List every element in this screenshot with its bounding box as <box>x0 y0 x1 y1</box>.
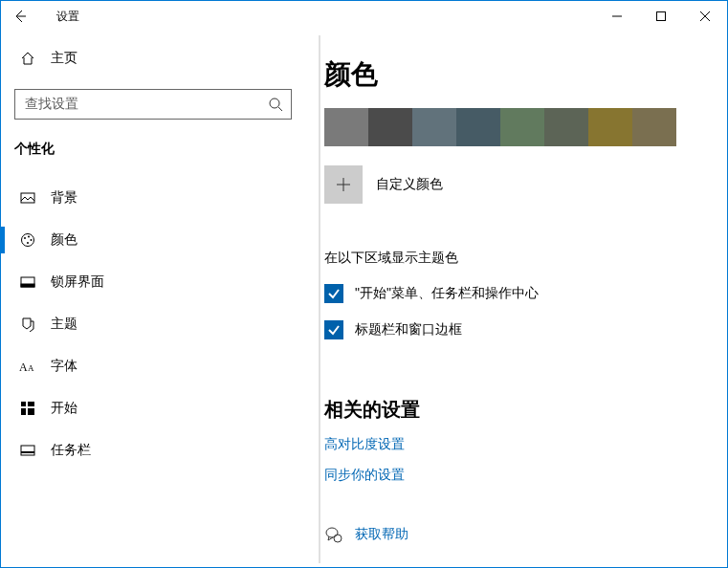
help-icon <box>324 526 343 543</box>
checkbox-icon <box>324 320 343 339</box>
home-icon <box>18 51 37 66</box>
sidebar-home[interactable]: 主页 <box>1 39 305 77</box>
sidebar-item-themes[interactable]: 主题 <box>1 303 305 345</box>
vertical-divider <box>319 35 320 563</box>
back-arrow-icon <box>12 9 28 24</box>
svg-rect-12 <box>21 402 26 406</box>
sidebar: 主页 查找设置 个性化 背景 <box>1 32 305 567</box>
sidebar-item-label: 开始 <box>37 400 77 417</box>
related-settings-title: 相关的设置 <box>324 397 698 423</box>
sidebar-item-label: 颜色 <box>37 231 77 249</box>
color-swatch[interactable] <box>412 108 456 146</box>
sidebar-item-label: 主题 <box>37 316 77 333</box>
svg-text:A: A <box>28 363 34 373</box>
titlebar: 设置 <box>1 1 727 32</box>
sidebar-item-label: 锁屏界面 <box>37 273 104 291</box>
font-icon: A A <box>18 360 37 373</box>
search-input[interactable]: 查找设置 <box>14 89 292 120</box>
color-swatch[interactable] <box>456 108 500 146</box>
search-icon <box>268 97 283 112</box>
search-placeholder: 查找设置 <box>25 96 268 113</box>
back-button[interactable] <box>1 1 39 32</box>
color-swatch[interactable] <box>544 108 588 146</box>
accent-section-label: 在以下区域显示主题色 <box>324 250 698 267</box>
sidebar-item-background[interactable]: 背景 <box>1 177 305 219</box>
svg-point-19 <box>334 535 342 542</box>
svg-point-1 <box>270 98 279 108</box>
sidebar-item-start[interactable]: 开始 <box>1 387 305 429</box>
svg-rect-15 <box>28 408 34 415</box>
sidebar-item-label: 字体 <box>37 358 77 375</box>
svg-point-5 <box>28 236 30 238</box>
sidebar-item-lockscreen[interactable]: 锁屏界面 <box>1 261 305 303</box>
maximize-button[interactable] <box>639 1 683 32</box>
checkbox-label: "开始"菜单、任务栏和操作中心 <box>355 285 539 302</box>
plus-icon <box>336 177 351 192</box>
sidebar-item-fonts[interactable]: A A 字体 <box>1 345 305 387</box>
svg-point-18 <box>326 528 338 537</box>
color-swatch[interactable] <box>632 108 676 146</box>
close-icon <box>700 11 710 21</box>
theme-icon <box>18 317 37 332</box>
sidebar-item-label: 背景 <box>37 189 77 207</box>
taskbar-icon <box>18 443 37 458</box>
get-help-row[interactable]: 获取帮助 <box>324 526 698 543</box>
checkbox-label: 标题栏和窗口边框 <box>355 321 462 339</box>
start-icon <box>18 401 37 416</box>
svg-rect-0 <box>657 12 666 21</box>
color-swatch[interactable] <box>588 108 632 146</box>
page-title: 颜色 <box>324 56 698 93</box>
color-swatch[interactable] <box>368 108 412 146</box>
svg-rect-16 <box>21 446 34 455</box>
svg-point-3 <box>22 234 34 247</box>
add-custom-color-button[interactable] <box>324 165 363 204</box>
close-button[interactable] <box>683 1 727 32</box>
sidebar-item-colors[interactable]: 颜色 <box>1 219 305 261</box>
color-swatch[interactable] <box>500 108 544 146</box>
svg-rect-13 <box>28 402 34 406</box>
window-controls <box>595 1 727 32</box>
maximize-icon <box>656 11 666 21</box>
svg-rect-9 <box>21 284 34 287</box>
sidebar-item-taskbar[interactable]: 任务栏 <box>1 429 305 471</box>
get-help-label: 获取帮助 <box>355 526 408 543</box>
svg-rect-14 <box>21 408 26 415</box>
minimize-button[interactable] <box>595 1 639 32</box>
svg-text:A: A <box>19 360 28 373</box>
custom-color-row[interactable]: 自定义颜色 <box>324 165 698 204</box>
picture-icon <box>18 190 37 206</box>
palette-icon <box>18 232 37 248</box>
svg-point-6 <box>31 239 33 241</box>
checkbox-title-borders[interactable]: 标题栏和窗口边框 <box>324 320 698 339</box>
link-sync-settings[interactable]: 同步你的设置 <box>324 467 698 484</box>
sidebar-item-label: 任务栏 <box>37 442 91 459</box>
svg-point-4 <box>24 237 26 239</box>
minimize-icon <box>612 11 622 21</box>
checkbox-icon <box>324 284 343 303</box>
sidebar-category: 个性化 <box>1 141 305 158</box>
svg-rect-2 <box>21 193 34 203</box>
svg-point-7 <box>27 242 29 244</box>
color-swatch[interactable] <box>324 108 368 146</box>
main-content: 颜色 自定义颜色 在以下区域显示主题色 "开始"菜单、任务栏和操作中心 <box>305 32 727 567</box>
checkbox-start-taskbar[interactable]: "开始"菜单、任务栏和操作中心 <box>324 284 698 303</box>
link-high-contrast[interactable]: 高对比度设置 <box>324 436 698 453</box>
lockscreen-icon <box>18 274 37 290</box>
custom-color-label: 自定义颜色 <box>376 176 443 193</box>
color-swatch-row <box>324 108 698 146</box>
sidebar-home-label: 主页 <box>37 50 77 67</box>
window-title: 设置 <box>39 9 79 25</box>
